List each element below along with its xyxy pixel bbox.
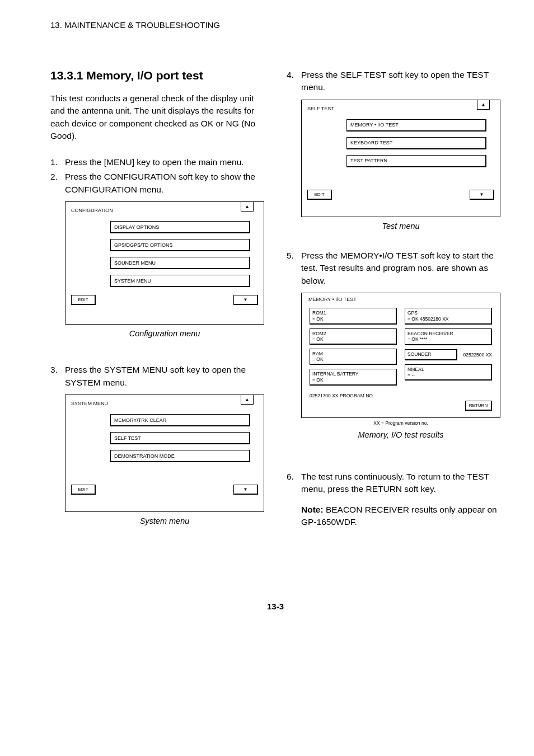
softkey: TEST PATTERN (346, 155, 486, 167)
scroll-down-tab: ▼ (233, 295, 258, 305)
test-menu-figure: ▲ SELF TEST MEMORY • I/O TEST KEYBOARD T… (301, 100, 500, 217)
test-result-item: RAM= OK (310, 349, 397, 365)
menu-title: SYSTEM MENU (71, 401, 108, 406)
step-number: 6. (287, 471, 301, 496)
program-no-line: 02521700 XX PROGRAM NO. (305, 393, 496, 398)
page-number: 13-3 (50, 602, 500, 611)
step-number: 5. (287, 250, 301, 287)
menu-title: SELF TEST (307, 106, 334, 111)
step-text: Press the CONFIGURATION soft key to show… (65, 171, 264, 196)
return-button: RETURN (465, 401, 492, 411)
step-text: The test runs continuously. To return to… (301, 471, 500, 496)
test-result-item: BEACON RECEIVER= OK **** (405, 328, 492, 345)
test-result-item: ROM2= OK (310, 328, 397, 345)
softkey: DISPLAY OPTIONS (110, 221, 250, 233)
intro-paragraph: This test conducts a general check of th… (50, 92, 264, 143)
edit-label: EDIT (307, 190, 332, 200)
system-menu-figure: ▲ SYSTEM MENU MEMORY/TRK CLEAR SELF TEST… (65, 395, 264, 512)
scroll-down-tab: ▼ (233, 485, 258, 495)
program-version: 02522500 XX (463, 352, 492, 358)
step-text: Press the SELF TEST soft key to open the… (301, 69, 500, 94)
figure-caption: Test menu (301, 222, 500, 231)
figure-caption: Memory, I/O test results (301, 430, 500, 439)
test-result-item: GPS= OK 48502180 XX (405, 308, 492, 324)
chapter-header: 13. MAINTENANCE & TROUBLESHOOTING (50, 20, 500, 30)
softkey: SOUNDER MENU (110, 257, 250, 269)
test-result-item: SOUNDER (405, 349, 457, 360)
section-heading: 13.3.1 Memory, I/O port test (50, 69, 264, 82)
configuration-menu-figure: ▲ CONFIGURATION DISPLAY OPTIONS GPS/DGPS… (65, 201, 264, 325)
section-number: 13.3.1 (50, 69, 83, 82)
step-text: Press the MEMORY•I/O TEST soft key to st… (301, 250, 500, 287)
note-label: Note: (301, 505, 324, 514)
memory-io-test-figure: MEMORY • I/O TEST ROM1= OK ROM2= OK RAM=… (301, 293, 500, 418)
note-text: BEACON RECEIVER results only appear on G… (301, 505, 497, 527)
menu-title: CONFIGURATION (71, 208, 113, 213)
softkey: MEMORY/TRK CLEAR (110, 414, 250, 426)
figure-caption: System menu (65, 516, 264, 525)
step-number: 1. (50, 156, 65, 168)
scroll-down-tab: ▼ (470, 190, 494, 200)
scroll-up-tab: ▲ (241, 201, 254, 212)
softkey: MEMORY • I/O TEST (346, 119, 486, 132)
step-number: 3. (50, 364, 65, 389)
edit-label: EDIT (71, 295, 96, 305)
softkey: SELF TEST (110, 432, 250, 444)
section-title: Memory, I/O port test (86, 69, 203, 82)
softkey: GPS/DGPS/TD OPTIONS (110, 239, 250, 251)
step-number: 2. (50, 171, 65, 196)
scroll-up-tab: ▲ (477, 100, 490, 110)
note: Note: BEACON RECEIVER results only appea… (301, 504, 500, 529)
softkey: SYSTEM MENU (110, 275, 250, 287)
edit-label: EDIT (71, 485, 96, 495)
scroll-up-tab: ▲ (241, 395, 254, 405)
version-note: XX = Program version no. (301, 420, 500, 426)
step-number: 4. (287, 69, 301, 94)
step-text: Press the [MENU] key to open the main me… (65, 156, 264, 168)
figure-caption: Configuration menu (65, 329, 264, 338)
menu-title: MEMORY • I/O TEST (305, 297, 496, 302)
test-result-item: INTERNAL BATTERY= OK (310, 369, 397, 385)
softkey: KEYBOARD TEST (346, 137, 486, 149)
test-result-item: ROM1= OK (310, 308, 397, 324)
step-text: Press the SYSTEM MENU soft key to open t… (65, 364, 264, 389)
softkey: DEMONSTRATION MODE (110, 450, 250, 462)
test-result-item: NMEA1= -- (405, 364, 492, 381)
